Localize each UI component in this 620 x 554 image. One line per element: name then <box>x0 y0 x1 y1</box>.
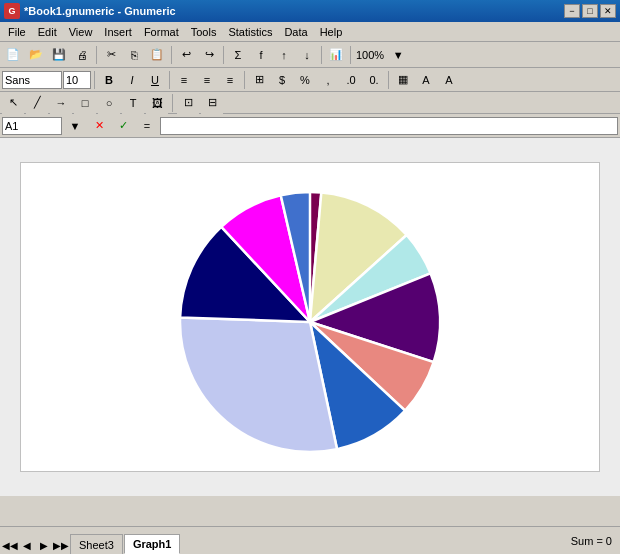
sep9 <box>388 71 389 89</box>
main-area <box>0 138 620 496</box>
menu-view[interactable]: View <box>63 22 99 41</box>
sep2 <box>171 46 172 64</box>
pie-chart <box>150 167 470 467</box>
print-button[interactable]: 🖨 <box>71 44 93 66</box>
line-button[interactable]: ╱ <box>26 92 48 114</box>
save-button[interactable]: 💾 <box>48 44 70 66</box>
sep5 <box>350 46 351 64</box>
app-icon: G <box>4 3 20 19</box>
redo-button[interactable]: ↪ <box>198 44 220 66</box>
toolbar-draw: ↖ ╱ → □ ○ T 🖼 ⊡ ⊟ <box>0 92 620 114</box>
sep4 <box>321 46 322 64</box>
font-size-input[interactable] <box>63 71 91 89</box>
menu-file[interactable]: File <box>2 22 32 41</box>
image-button[interactable]: 🖼 <box>146 92 168 114</box>
sort-asc-button[interactable]: ↑ <box>273 44 295 66</box>
copy-button[interactable]: ⎘ <box>123 44 145 66</box>
arrow-button[interactable]: → <box>50 92 72 114</box>
align-left-button[interactable]: ≡ <box>173 69 195 91</box>
sep6 <box>94 71 95 89</box>
close-button[interactable]: ✕ <box>600 4 616 18</box>
merge-button[interactable]: ⊞ <box>248 69 270 91</box>
menu-statistics[interactable]: Statistics <box>222 22 278 41</box>
sheet-nav-last[interactable]: ▶▶ <box>53 536 69 554</box>
zoom-label: 100% <box>356 49 384 61</box>
increase-decimal-button[interactable]: .0 <box>340 69 362 91</box>
toolbar-format: B I U ≡ ≡ ≡ ⊞ $ % , .0 0. ▦ A A <box>0 68 620 92</box>
function-button[interactable]: f <box>250 44 272 66</box>
cancel-entry-button[interactable]: ✕ <box>88 115 110 137</box>
sep10 <box>172 94 173 112</box>
cell-reference: A1 <box>2 117 62 135</box>
rect-button[interactable]: □ <box>74 92 96 114</box>
tab-graph1[interactable]: Graph1 <box>124 534 181 554</box>
font-name-input[interactable] <box>2 71 62 89</box>
select-button[interactable]: ↖ <box>2 92 24 114</box>
open-button[interactable]: 📂 <box>25 44 47 66</box>
chart-button[interactable]: 📊 <box>325 44 347 66</box>
align-center-button[interactable]: ≡ <box>196 69 218 91</box>
align-right-button[interactable]: ≡ <box>219 69 241 91</box>
text-button[interactable]: T <box>122 92 144 114</box>
menu-data[interactable]: Data <box>278 22 313 41</box>
formula-input[interactable] <box>160 117 618 135</box>
titlebar: G *Book1.gnumeric - Gnumeric − □ ✕ <box>0 0 620 22</box>
menu-insert[interactable]: Insert <box>98 22 138 41</box>
cell-ref-expand[interactable]: ▼ <box>64 115 86 137</box>
function-wizard-button[interactable]: = <box>136 115 158 137</box>
maximize-button[interactable]: □ <box>582 4 598 18</box>
sum-button[interactable]: Σ <box>227 44 249 66</box>
menu-edit[interactable]: Edit <box>32 22 63 41</box>
menubar: File Edit View Insert Format Tools Stati… <box>0 22 620 42</box>
titlebar-left: G *Book1.gnumeric - Gnumeric <box>4 3 176 19</box>
menu-help[interactable]: Help <box>314 22 349 41</box>
minimize-button[interactable]: − <box>564 4 580 18</box>
zoom-dropdown[interactable]: ▼ <box>387 44 409 66</box>
currency-button[interactable]: $ <box>271 69 293 91</box>
italic-button[interactable]: I <box>121 69 143 91</box>
ungroup-button[interactable]: ⊟ <box>201 92 223 114</box>
window-controls[interactable]: − □ ✕ <box>564 4 616 18</box>
fill-color-button[interactable]: A <box>415 69 437 91</box>
sheet-nav-first[interactable]: ◀◀ <box>2 536 18 554</box>
percent-button[interactable]: % <box>294 69 316 91</box>
sheet-tabs: ◀◀ ◀ ▶ ▶▶ Sheet3 Graph1 <box>0 527 182 554</box>
oval-button[interactable]: ○ <box>98 92 120 114</box>
paste-button[interactable]: 📋 <box>146 44 168 66</box>
underline-button[interactable]: U <box>144 69 166 91</box>
status-sum: Sum = 0 <box>571 535 620 547</box>
sheet-nav-next[interactable]: ▶ <box>36 536 52 554</box>
group-button[interactable]: ⊡ <box>177 92 199 114</box>
cut-button[interactable]: ✂ <box>100 44 122 66</box>
border-button[interactable]: ▦ <box>392 69 414 91</box>
sep1 <box>96 46 97 64</box>
comma-button[interactable]: , <box>317 69 339 91</box>
bold-button[interactable]: B <box>98 69 120 91</box>
window-title: *Book1.gnumeric - Gnumeric <box>24 5 176 17</box>
sort-desc-button[interactable]: ↓ <box>296 44 318 66</box>
sheet-nav-prev[interactable]: ◀ <box>19 536 35 554</box>
undo-button[interactable]: ↩ <box>175 44 197 66</box>
font-color-button[interactable]: A <box>438 69 460 91</box>
new-button[interactable]: 📄 <box>2 44 24 66</box>
sep7 <box>169 71 170 89</box>
confirm-entry-button[interactable]: ✓ <box>112 115 134 137</box>
chart-container <box>20 162 600 472</box>
decrease-decimal-button[interactable]: 0. <box>363 69 385 91</box>
menu-format[interactable]: Format <box>138 22 185 41</box>
formulabar: A1 ▼ ✕ ✓ = <box>0 114 620 138</box>
statusbar: ◀◀ ◀ ▶ ▶▶ Sheet3 Graph1 Sum = 0 <box>0 526 620 554</box>
tab-sheet3[interactable]: Sheet3 <box>70 534 123 554</box>
sep8 <box>244 71 245 89</box>
toolbar-main: 📄 📂 💾 🖨 ✂ ⎘ 📋 ↩ ↪ Σ f ↑ ↓ 📊 100% ▼ <box>0 42 620 68</box>
menu-tools[interactable]: Tools <box>185 22 223 41</box>
sep3 <box>223 46 224 64</box>
